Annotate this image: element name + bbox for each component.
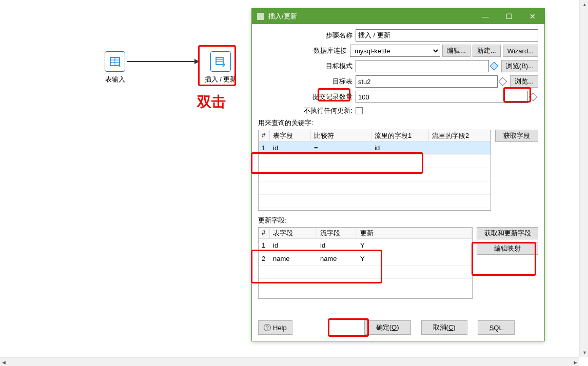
node-label: 插入 / 更新 <box>203 75 239 84</box>
titlebar[interactable]: 插入/更新 — ☐ ✕ <box>252 9 544 24</box>
node-insert-update[interactable]: 插入 / 更新 <box>203 51 239 84</box>
new-connection-button[interactable]: 新建... <box>473 45 501 57</box>
wizard-button[interactable]: Wizard... <box>503 45 538 57</box>
maximize-button[interactable]: ☐ <box>497 9 521 24</box>
dialog-icon <box>257 13 264 20</box>
step-name-label: 步骤名称 <box>258 31 356 40</box>
close-button[interactable]: ✕ <box>521 9 544 24</box>
double-click-annotation: 双击 <box>197 92 226 112</box>
edit-connection-button[interactable]: 编辑... <box>442 45 471 57</box>
variable-icon[interactable] <box>529 93 538 101</box>
commit-size-label: 提交记录数量 <box>258 92 356 101</box>
db-connection-select[interactable]: mysql-kettle <box>350 45 440 57</box>
dialog-title: 插入/更新 <box>268 12 474 21</box>
browse-table-button[interactable]: 浏览... <box>510 75 538 88</box>
scroll-down-icon: ▼ <box>582 350 587 355</box>
edit-mapping-button[interactable]: 编辑映射 <box>477 242 538 255</box>
scroll-up-icon: ▲ <box>582 2 587 7</box>
table-row[interactable]: 1 id id Y <box>259 239 472 252</box>
col-table-field: 表字段 <box>270 130 311 141</box>
variable-icon[interactable] <box>499 77 507 86</box>
help-icon: ? <box>264 324 271 331</box>
lookup-table[interactable]: # 表字段 比较符 流里的字段1 流里的字段2 1 id = id <box>258 130 491 211</box>
no-update-label: 不执行任何更新: <box>258 106 356 115</box>
horizontal-scrollbar[interactable]: ◀ ▶ <box>0 357 579 366</box>
node-label: 表输入 <box>103 75 127 84</box>
update-section-label: 更新字段: <box>258 216 538 225</box>
col-num: # <box>259 130 270 141</box>
target-table-input[interactable] <box>356 75 498 88</box>
table-input-icon <box>105 51 125 72</box>
sql-button[interactable]: SQL <box>478 320 515 335</box>
get-fields-button[interactable]: 获取字段 <box>495 130 538 142</box>
svg-rect-4 <box>216 57 223 65</box>
minimize-button[interactable]: — <box>474 9 497 24</box>
col-update: 更新 <box>357 228 472 238</box>
step-name-input[interactable] <box>356 29 538 42</box>
insert-update-dialog: 插入/更新 — ☐ ✕ 步骤名称 数据库连接 mysql-kettle 编辑..… <box>251 8 545 341</box>
col-comparator: 比较符 <box>311 130 371 141</box>
lookup-section-label: 用来查询的关键字: <box>258 118 538 128</box>
scroll-right-icon: ▶ <box>574 360 577 365</box>
table-row[interactable]: 2 name name Y <box>259 252 472 266</box>
no-update-checkbox[interactable] <box>356 107 363 114</box>
target-schema-input[interactable] <box>356 60 489 72</box>
commit-size-input[interactable] <box>356 91 528 103</box>
hop-arrow[interactable] <box>127 61 199 62</box>
scroll-left-icon: ◀ <box>2 360 6 365</box>
help-button[interactable]: ? Help <box>258 320 292 335</box>
canvas: 表输入 插入 / 更新 双击 插入/更新 — ☐ ✕ 步骤名称 <box>0 0 588 366</box>
insert-update-icon <box>210 51 231 72</box>
get-update-fields-button[interactable]: 获取和更新字段 <box>477 227 538 239</box>
col-num: # <box>259 228 270 238</box>
table-row[interactable]: 1 id = id <box>259 141 491 155</box>
db-connection-label: 数据库连接 <box>258 46 350 55</box>
cancel-button[interactable]: 取消(C) <box>421 320 467 335</box>
col-stream-field: 流字段 <box>317 228 357 238</box>
target-table-label: 目标表 <box>258 77 356 86</box>
col-table-field: 表字段 <box>270 228 317 238</box>
col-stream2: 流里的字段2 <box>429 130 491 141</box>
node-table-input[interactable]: 表输入 <box>103 51 127 84</box>
vertical-scrollbar[interactable]: ▲ ▼ <box>579 0 588 357</box>
browse-schema-button[interactable]: 浏览(B)... <box>501 60 538 72</box>
target-schema-label: 目标模式 <box>258 62 356 71</box>
variable-icon[interactable] <box>489 62 498 71</box>
ok-button[interactable]: 确定(O) <box>364 320 411 335</box>
update-table[interactable]: # 表字段 流字段 更新 1 id id Y 2 <box>258 227 473 299</box>
col-stream1: 流里的字段1 <box>371 130 429 141</box>
